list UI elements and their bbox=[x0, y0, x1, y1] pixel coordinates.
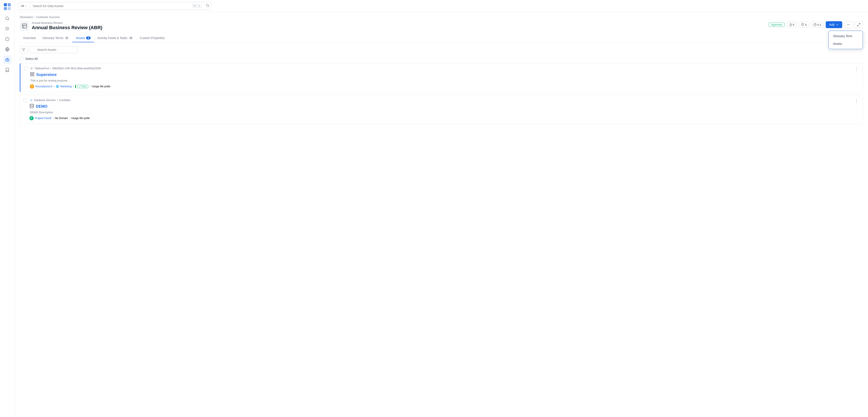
tab-assets-label: Assets bbox=[76, 36, 85, 40]
svg-point-21 bbox=[848, 25, 849, 25]
main-content: All ⌘ K Glossaries / Customer Success bbox=[14, 0, 868, 417]
card-demo-tags: P Prajwal Pandit • No Domain • Usage 0th… bbox=[29, 116, 859, 120]
card-demo-more-button[interactable]: ⋮ bbox=[853, 98, 860, 104]
breadcrumb-separator: / bbox=[34, 15, 35, 19]
glossary-nav[interactable] bbox=[3, 66, 11, 74]
page-content: Glossaries / Customer Success Annual Bus… bbox=[14, 12, 868, 417]
asset-card-superstore: ⋮ TableauProd / 59b05db2-13f5-481a-95de-… bbox=[20, 63, 863, 92]
tab-glossary-terms-badge: 1 bbox=[65, 36, 69, 39]
select-all-label: Select All bbox=[25, 57, 38, 61]
card-superstore-service-icon bbox=[30, 67, 33, 70]
card-demo-inner: ❄️ Database Services / snowflake DEMO DE… bbox=[23, 98, 859, 120]
card-superstore-usage: Usage 0th pctile bbox=[92, 85, 110, 88]
search-all-label: All bbox=[21, 4, 24, 7]
svg-rect-29 bbox=[33, 75, 34, 76]
keyboard-shortcut: ⌘ K bbox=[189, 4, 204, 8]
card-demo-checkbox[interactable] bbox=[23, 98, 27, 102]
add-button[interactable]: Add bbox=[826, 21, 842, 28]
version-button[interactable]: 0.2 bbox=[811, 22, 824, 28]
dot-2: • bbox=[73, 85, 74, 88]
card-demo-service-icon: ❄️ bbox=[29, 98, 33, 102]
card-demo-path-id: snowflake bbox=[59, 99, 70, 102]
tab-assets[interactable]: Assets 4 bbox=[72, 34, 94, 42]
card-superstore-description: This is just for testing purpose. bbox=[30, 79, 859, 82]
tab-activity-feeds[interactable]: Activity Feeds & Tasks 4 bbox=[94, 34, 136, 42]
entity-title-block: Annual Business Review Annual Business R… bbox=[32, 21, 766, 30]
asset-card-demo: ⋮ ❄️ Database Services / snowflake DEMO bbox=[20, 95, 863, 124]
tab-custom-properties-label: Custom Properties bbox=[140, 36, 165, 40]
filter-button[interactable] bbox=[20, 46, 28, 54]
svg-line-15 bbox=[208, 6, 209, 7]
svg-line-5 bbox=[8, 19, 9, 20]
entity-type-icon bbox=[20, 21, 29, 31]
assets-search-input[interactable] bbox=[29, 46, 78, 53]
entity-header: Annual Business Review Annual Business R… bbox=[20, 21, 863, 31]
tab-glossary-terms[interactable]: Glossary Terms 1 bbox=[39, 34, 72, 42]
topbar: All ⌘ K bbox=[14, 0, 868, 12]
card-demo-owner-avatar: P bbox=[29, 116, 34, 120]
search-all-button[interactable]: All bbox=[18, 3, 30, 9]
tab-overview[interactable]: Overview bbox=[20, 34, 39, 42]
search-input[interactable] bbox=[30, 3, 189, 9]
svg-rect-0 bbox=[4, 3, 7, 6]
card-superstore-type-icon bbox=[30, 72, 35, 78]
page-header: Glossaries / Customer Success Annual Bus… bbox=[14, 12, 868, 42]
explore-nav[interactable] bbox=[3, 25, 11, 33]
globe-nav[interactable] bbox=[3, 45, 11, 54]
downvote-button[interactable]: 0 bbox=[799, 22, 809, 28]
assets-option[interactable]: Assets bbox=[829, 40, 863, 47]
tab-assets-badge: 4 bbox=[86, 36, 90, 39]
insights-nav[interactable] bbox=[3, 35, 11, 43]
card-superstore-path: TableauProd / 59b05db2-13f5-481a-95de-da… bbox=[30, 67, 859, 70]
more-options-button[interactable] bbox=[844, 21, 852, 28]
card-demo-name[interactable]: DEMO bbox=[36, 104, 48, 109]
app-logo[interactable] bbox=[3, 3, 11, 11]
card-superstore-name[interactable]: Superstore bbox=[36, 72, 57, 77]
card-superstore-checkbox[interactable] bbox=[24, 67, 27, 70]
card-superstore-more-button[interactable]: ⋮ bbox=[853, 66, 860, 72]
expand-button[interactable] bbox=[855, 21, 863, 28]
entity-subtitle: Annual Business Review bbox=[32, 21, 766, 25]
dot-1: • bbox=[54, 85, 55, 88]
card-demo-path: ❄️ Database Services / snowflake bbox=[29, 98, 859, 102]
upvote-count: 0 bbox=[793, 23, 795, 26]
card-superstore-inner: TableauProd / 59b05db2-13f5-481a-95de-da… bbox=[24, 67, 859, 89]
assets-area: Select All ⋮ TableauProd / 59b05db2-13f5… bbox=[14, 42, 868, 130]
card-superstore-domain-link[interactable]: Marketing bbox=[60, 85, 72, 88]
svg-point-22 bbox=[849, 25, 850, 25]
breadcrumb-glossaries-link[interactable]: Glossaries bbox=[20, 15, 33, 19]
search-nav[interactable] bbox=[3, 14, 11, 23]
tab-custom-properties[interactable]: Custom Properties bbox=[136, 34, 168, 42]
downvote-count: 0 bbox=[805, 23, 807, 26]
governance-nav[interactable] bbox=[3, 55, 11, 64]
assets-search-wrapper bbox=[29, 46, 863, 53]
card-superstore-name-row: Superstore bbox=[30, 72, 859, 78]
search-submit-button[interactable] bbox=[204, 2, 211, 10]
svg-marker-23 bbox=[22, 49, 25, 51]
card-demo-type-icon bbox=[29, 104, 34, 109]
kbd-cmd: ⌘ bbox=[192, 4, 197, 8]
add-label: Add bbox=[829, 23, 835, 26]
status-badge: Approved bbox=[769, 23, 784, 27]
filter-search-row bbox=[20, 46, 863, 54]
breadcrumb-current: Customer Success bbox=[36, 15, 60, 19]
card-demo-service: Database Services bbox=[34, 99, 56, 102]
kbd-k: K bbox=[197, 4, 202, 8]
svg-rect-3 bbox=[8, 7, 11, 10]
sidebar bbox=[0, 0, 14, 417]
tier-bar bbox=[75, 85, 76, 88]
glossary-term-option[interactable]: Glossary Term bbox=[829, 32, 863, 40]
svg-point-31 bbox=[30, 104, 34, 105]
card-1-checkbox-wrapper bbox=[24, 67, 27, 70]
card-superstore-owner-link[interactable]: Rounakpreet.d bbox=[35, 85, 52, 88]
card-superstore-service: TableauProd bbox=[35, 67, 49, 70]
entity-actions: Approved 0 0 0.2 Add bbox=[769, 21, 863, 28]
upvote-button[interactable]: 0 bbox=[787, 22, 797, 28]
select-all-checkbox[interactable] bbox=[20, 57, 23, 61]
svg-rect-30 bbox=[30, 75, 32, 76]
card-demo-path-sep: / bbox=[57, 99, 58, 102]
card-2-checkbox-wrapper bbox=[23, 98, 27, 102]
card-superstore-domain-icon: 🌐 bbox=[56, 85, 59, 88]
card-demo-owner-link[interactable]: Prajwal Pandit bbox=[35, 117, 52, 120]
svg-rect-2 bbox=[4, 7, 7, 10]
